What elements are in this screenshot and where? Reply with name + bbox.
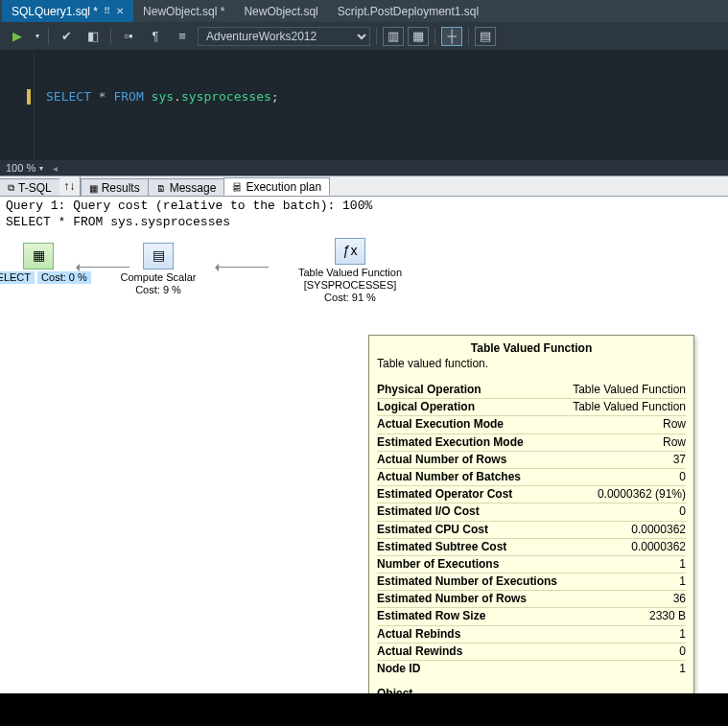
file-tab[interactable]: Script.PostDeployment1.sql bbox=[328, 0, 488, 22]
tooltip-row: Estimated Number of Rows36 bbox=[377, 591, 686, 608]
tooltip-row-value: 0.0000362 bbox=[631, 539, 686, 554]
execution-plan-panel: Query 1: Query cost (relative to the bat… bbox=[0, 197, 728, 726]
tooltip-row-key: Estimated Number of Rows bbox=[377, 591, 527, 606]
tooltip-row-key: Actual Number of Batches bbox=[377, 469, 521, 484]
tooltip-row-value: 0.0000362 (91%) bbox=[598, 486, 686, 502]
tooltip-row-key: Estimated Operator Cost bbox=[377, 486, 512, 502]
tooltip-row-value: 1 bbox=[679, 556, 686, 572]
plan-icon: 몲 bbox=[232, 180, 242, 194]
check-syntax-button[interactable]: ✔ bbox=[55, 26, 78, 47]
code-text[interactable]: SELECT * FROM sys.sysprocesses; bbox=[35, 51, 728, 176]
tooltip-row-value: Row bbox=[663, 416, 686, 432]
tooltip-row: Estimated Subtree Cost0.0000362 bbox=[377, 539, 686, 556]
tooltip-row-value: 0 bbox=[679, 469, 686, 484]
tooltip-rows: Physical OperationTable Valued FunctionL… bbox=[377, 382, 686, 677]
tooltip-row: Actual Rebinds1 bbox=[377, 626, 686, 644]
plan-node-compute-scalar[interactable]: ▤ Compute Scalar Cost: 9 % bbox=[86, 243, 230, 296]
tooltip-row: Estimated Operator Cost0.0000362 (91%) bbox=[377, 486, 686, 504]
view-grid-button[interactable]: ▥ bbox=[383, 27, 404, 46]
tooltip-row-value: 37 bbox=[673, 452, 686, 467]
separator bbox=[468, 28, 469, 45]
sql-editor[interactable]: SELECT * FROM sys.sysprocesses; 100 % ▾ … bbox=[0, 51, 728, 176]
file-tab-active[interactable]: SQLQuery1.sql * ⠿ ✕ bbox=[2, 0, 133, 22]
file-tab[interactable]: NewObject.sql bbox=[234, 0, 327, 22]
tooltip-row-value: Table Valued Function bbox=[573, 382, 686, 397]
plan-node-label: SELECT bbox=[0, 271, 35, 284]
tooltip-row: Estimated CPU Cost0.0000362 bbox=[377, 522, 686, 539]
separator bbox=[110, 28, 111, 45]
swap-panes-button[interactable]: ↑↓ bbox=[59, 176, 81, 196]
tooltip-row-key: Logical Operation bbox=[377, 399, 475, 414]
plan-node-cost: Cost: 0 % bbox=[37, 271, 91, 284]
file-tab[interactable]: NewObject.sql * bbox=[133, 0, 234, 22]
tooltip-row: Number of Executions1 bbox=[377, 556, 686, 574]
tvf-icon: ƒx bbox=[335, 238, 365, 265]
plan-node-label: Compute Scalar bbox=[86, 271, 230, 284]
bottom-strip bbox=[0, 693, 728, 726]
tooltip-row-key: Actual Number of Rows bbox=[377, 452, 506, 467]
tooltip-row: Physical OperationTable Valued Function bbox=[377, 382, 686, 399]
toggle-button-1[interactable]: ▫▪ bbox=[117, 26, 140, 47]
new-query-button[interactable]: ◧ bbox=[82, 26, 105, 47]
execute-button[interactable]: ▶ bbox=[6, 26, 29, 47]
tooltip-row-value: 0 bbox=[679, 504, 686, 519]
tooltip-row: Estimated Row Size2330 B bbox=[377, 608, 686, 625]
tooltip-row-key: Estimated Row Size bbox=[377, 608, 485, 623]
view-other-button[interactable]: ▤ bbox=[475, 27, 496, 46]
tooltip-row: Actual Execution ModeRow bbox=[377, 416, 686, 433]
tooltip-row-value: 36 bbox=[673, 591, 686, 606]
plan-node-cost: Cost: 9 % bbox=[86, 284, 230, 296]
tab-results[interactable]: ▦ Results bbox=[81, 178, 149, 196]
scroll-left-icon[interactable]: ◂ bbox=[49, 163, 61, 174]
file-tab-label: SQLQuery1.sql * bbox=[12, 5, 98, 18]
cursor-mark-icon bbox=[27, 89, 31, 105]
tooltip-row: Logical OperationTable Valued Function bbox=[377, 399, 686, 416]
execute-dropdown[interactable]: ▾ bbox=[33, 26, 42, 47]
tooltip-row-value: 2330 B bbox=[649, 608, 686, 623]
tab-execution-plan[interactable]: 몲 Execution plan bbox=[223, 177, 330, 196]
editor-status-strip: 100 % ▾ ◂ bbox=[0, 160, 728, 176]
plan-header: Query 1: Query cost (relative to the bat… bbox=[0, 197, 728, 233]
tooltip-row-value: 1 bbox=[679, 661, 686, 676]
results-tab-strip: ⧉ T-SQL ↑↓ ▦ Results 🗎 Message 몲 Executi… bbox=[0, 176, 728, 197]
zoom-indicator[interactable]: 100 % ▾ bbox=[0, 162, 49, 174]
pin-icon[interactable]: ⠿ bbox=[104, 6, 110, 16]
file-tab-label: Script.PostDeployment1.sql bbox=[338, 5, 479, 18]
plan-canvas[interactable]: ▦ SELECT Cost: 0 % ▤ Compute Scalar Cost… bbox=[0, 233, 728, 329]
operator-tooltip: Table Valued Function Table valued funct… bbox=[368, 335, 694, 725]
grid-icon: ▦ bbox=[89, 183, 98, 194]
database-select[interactable]: AdventureWorks2012 bbox=[198, 27, 370, 46]
tooltip-row-key: Estimated I/O Cost bbox=[377, 504, 480, 519]
tooltip-row-key: Estimated Number of Executions bbox=[377, 574, 557, 589]
close-icon[interactable]: ✕ bbox=[116, 6, 124, 16]
compute-scalar-icon: ▤ bbox=[143, 243, 174, 269]
toggle-button-3[interactable]: ≡ bbox=[171, 26, 194, 47]
file-tab-label: NewObject.sql * bbox=[143, 5, 224, 18]
tooltip-row-key: Number of Executions bbox=[377, 556, 499, 572]
tooltip-row: Estimated Execution ModeRow bbox=[377, 434, 686, 452]
tooltip-row: Actual Number of Rows37 bbox=[377, 452, 686, 469]
view-table-button[interactable]: ▦ bbox=[408, 27, 429, 46]
tooltip-row-value: Table Valued Function bbox=[573, 399, 686, 414]
plan-node-sub: [SYSPROCESSES] bbox=[269, 279, 432, 292]
toggle-button-2[interactable]: ¶ bbox=[144, 26, 167, 47]
tsql-icon: ⧉ bbox=[8, 182, 14, 194]
tooltip-row-key: Actual Execution Mode bbox=[377, 416, 504, 432]
sql-toolbar: ▶ ▾ ✔ ◧ ▫▪ ¶ ≡ AdventureWorks2012 ▥ ▦ ┼ … bbox=[0, 22, 728, 51]
plan-node-cost: Cost: 91 % bbox=[324, 292, 376, 304]
plan-node-tvf[interactable]: ƒx Table Valued Function [SYSPROCESSES] … bbox=[269, 238, 432, 305]
tooltip-row-key: Actual Rebinds bbox=[377, 626, 460, 642]
tab-tsql[interactable]: ⧉ T-SQL bbox=[0, 178, 60, 196]
tooltip-row-key: Estimated Subtree Cost bbox=[377, 539, 506, 554]
tooltip-row-value: 1 bbox=[679, 574, 686, 589]
separator bbox=[376, 28, 377, 45]
editor-gutter bbox=[0, 51, 35, 176]
tooltip-row-key: Estimated Execution Mode bbox=[377, 434, 524, 450]
tooltip-description: Table valued function. bbox=[377, 357, 686, 370]
tooltip-row: Actual Rewinds0 bbox=[377, 644, 686, 661]
tab-message[interactable]: 🗎 Message bbox=[148, 178, 225, 196]
view-plan-button[interactable]: ┼ bbox=[441, 27, 462, 46]
document-tab-strip: SQLQuery1.sql * ⠿ ✕ NewObject.sql * NewO… bbox=[0, 0, 728, 22]
chevron-down-icon: ▾ bbox=[39, 164, 43, 173]
tooltip-row: Actual Number of Batches0 bbox=[377, 469, 686, 486]
